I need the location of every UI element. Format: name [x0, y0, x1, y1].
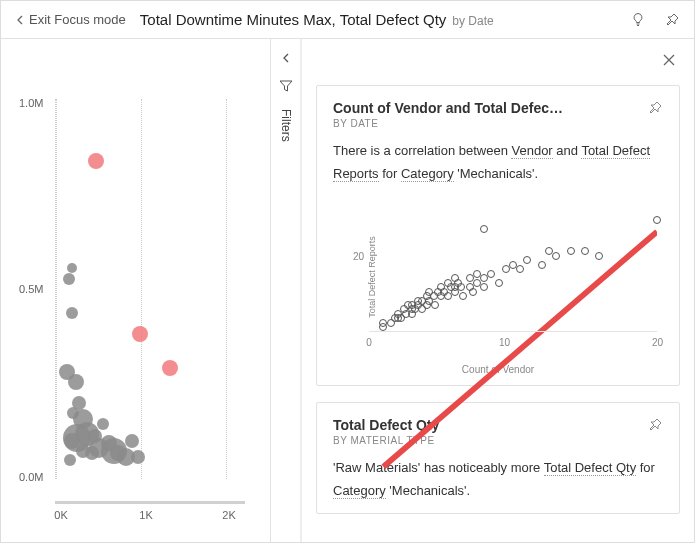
top-header: Exit Focus mode Total Downtime Minutes M… — [1, 1, 694, 39]
pin-button-header[interactable] — [656, 4, 688, 36]
ytick: 20 — [353, 251, 364, 262]
pin-icon — [647, 100, 663, 116]
close-insights-button[interactable] — [662, 53, 676, 71]
data-point[interactable] — [66, 307, 78, 319]
card-scatter-chart[interactable]: Total Defect Reports 20 0 10 20 — [333, 192, 663, 362]
funnel-icon — [279, 79, 293, 93]
xtick: 20 — [652, 337, 663, 348]
card-subtitle: BY DATE — [333, 118, 563, 129]
lightbulb-button[interactable] — [622, 4, 654, 36]
lightbulb-icon — [630, 12, 646, 28]
xtick: 1K — [139, 509, 152, 521]
data-point[interactable] — [132, 326, 148, 342]
xtick: 0 — [366, 337, 372, 348]
pin-icon — [664, 12, 680, 28]
ytick: 0.5M — [19, 283, 43, 295]
filters-rail: Filters — [270, 39, 300, 542]
header-title-sub: by Date — [452, 14, 493, 28]
data-point[interactable] — [68, 374, 84, 390]
xtick: 0K — [54, 509, 67, 521]
data-point[interactable] — [88, 153, 104, 169]
chevron-left-icon — [281, 53, 291, 63]
ytick: 0.0M — [19, 471, 43, 483]
data-point[interactable] — [76, 444, 90, 458]
link-vendor[interactable]: Vendor — [511, 143, 552, 159]
data-point[interactable] — [131, 450, 145, 464]
xtick: 2K — [222, 509, 235, 521]
svg-line-0 — [383, 231, 657, 466]
link-category[interactable]: Category — [401, 166, 454, 182]
data-point[interactable] — [97, 418, 109, 430]
data-point[interactable] — [63, 273, 75, 285]
main-chart-panel: 1.0M 0.5M 0.0M 0K 1K 2K Filters — [1, 39, 301, 542]
xaxis-scrollbar[interactable] — [55, 501, 245, 504]
main-scatter-chart[interactable]: 1.0M 0.5M 0.0M 0K 1K 2K — [1, 39, 270, 542]
chevron-left-icon — [15, 15, 25, 25]
data-point[interactable] — [162, 360, 178, 376]
filters-label: Filters — [279, 109, 293, 142]
pin-card-button[interactable] — [647, 100, 663, 120]
header-title: Total Downtime Minutes Max, Total Defect… — [140, 11, 494, 28]
filter-icon[interactable] — [279, 79, 293, 97]
exit-focus-label: Exit Focus mode — [29, 12, 126, 27]
insight-card-vendor-defect: Count of Vendor and Total Defec… BY DATE… — [316, 85, 680, 386]
insights-panel: Count of Vendor and Total Defec… BY DATE… — [301, 39, 694, 542]
data-point[interactable] — [67, 407, 79, 419]
exit-focus-button[interactable]: Exit Focus mode — [7, 8, 134, 31]
xtick: 10 — [499, 337, 510, 348]
data-point[interactable] — [125, 434, 139, 448]
card-body-text: There is a correlation between Vendor an… — [333, 139, 663, 186]
trendline — [369, 198, 657, 486]
ytick: 1.0M — [19, 97, 43, 109]
close-icon — [662, 53, 676, 67]
collapse-filters-button[interactable] — [281, 49, 291, 67]
data-point[interactable] — [64, 454, 76, 466]
header-title-main: Total Downtime Minutes Max, Total Defect… — [140, 11, 447, 28]
card-title: Count of Vendor and Total Defec… — [333, 100, 563, 116]
